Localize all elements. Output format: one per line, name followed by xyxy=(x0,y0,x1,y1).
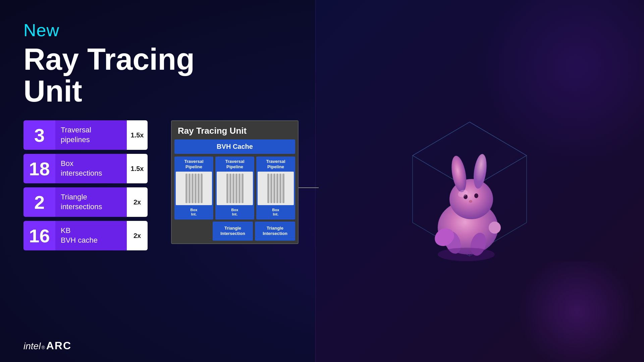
bunny-svg xyxy=(406,144,533,271)
pipeline-line xyxy=(270,174,272,203)
stat-label: KBBVH cache xyxy=(55,221,127,250)
pipeline-line xyxy=(226,174,228,203)
pipeline-lines xyxy=(176,172,212,205)
stats-column: 3 Traversalpipelines 1.5x 18 Boxintersec… xyxy=(23,120,148,250)
pipeline-line xyxy=(185,174,187,203)
stat-number: 3 xyxy=(23,120,55,150)
pipeline-line xyxy=(195,174,197,203)
pipeline-line xyxy=(229,174,231,203)
traversal-pipeline-2: TraversalPipeline BoxInt. xyxy=(215,157,254,220)
stat-number: 18 xyxy=(23,154,55,183)
stat-bvh-cache: 16 KBBVH cache 2x xyxy=(23,221,148,250)
traversal-header: TraversalPipeline xyxy=(256,157,295,171)
rtu-title: Ray Tracing Unit xyxy=(172,121,298,139)
pipeline-line xyxy=(235,174,237,203)
svg-point-17 xyxy=(469,200,472,203)
visual-column xyxy=(319,120,621,288)
bvh-cache: BVH Cache xyxy=(174,139,295,154)
stat-label: Boxintersections xyxy=(55,154,127,183)
connector xyxy=(299,120,319,188)
new-label: New xyxy=(23,20,621,40)
stat-box-intersections: 18 Boxintersections 1.5x xyxy=(23,154,148,183)
box-int: BoxInt. xyxy=(258,206,294,219)
pipeline-line xyxy=(198,174,200,203)
svg-point-19 xyxy=(438,248,495,261)
stat-triangle-intersections: 2 Triangleintersections 2x xyxy=(23,187,148,217)
stat-number: 2 xyxy=(23,187,55,217)
pipeline-line xyxy=(189,174,191,203)
pipeline-line xyxy=(201,174,203,203)
traversal-header: TraversalPipeline xyxy=(215,157,254,171)
pipeline-lines xyxy=(258,172,294,205)
pipeline-line xyxy=(276,174,278,203)
stat-multiplier: 1.5x xyxy=(127,154,148,183)
pipeline-line xyxy=(192,174,194,203)
stat-traversal-pipelines: 3 Traversalpipelines 1.5x xyxy=(23,120,148,150)
triangle-spacer xyxy=(174,222,211,241)
pipeline-line xyxy=(279,174,281,203)
stat-multiplier: 1.5x xyxy=(127,120,148,150)
traversal-header: TraversalPipeline xyxy=(174,157,213,171)
svg-point-14 xyxy=(489,222,501,234)
pipeline-line xyxy=(282,174,284,203)
pipeline-line xyxy=(241,174,244,203)
box-int: BoxInt. xyxy=(217,206,253,219)
svg-point-16 xyxy=(474,193,478,198)
pipeline-line xyxy=(238,174,240,203)
connector-line xyxy=(299,187,319,188)
pipeline-line xyxy=(232,174,234,203)
stat-multiplier: 2x xyxy=(127,221,148,250)
triangle-intersection-2: TriangleIntersection xyxy=(255,222,295,241)
stat-number: 16 xyxy=(23,221,55,250)
stat-label: Traversalpipelines xyxy=(55,120,127,150)
box-int: BoxInt. xyxy=(176,206,212,219)
traversal-row: TraversalPipeline BoxInt. xyxy=(172,157,298,222)
pipeline-lines xyxy=(217,172,253,205)
traversal-pipeline-1: TraversalPipeline BoxInt. xyxy=(174,157,213,220)
traversal-pipeline-3: TraversalPipeline BoxInt. xyxy=(256,157,295,220)
rtu-diagram: Ray Tracing Unit BVH Cache TraversalPipe… xyxy=(171,120,299,244)
stat-multiplier: 2x xyxy=(127,187,148,217)
triangle-intersection-1: TriangleIntersection xyxy=(213,222,253,241)
pipeline-line xyxy=(273,174,275,203)
rtu-box: Ray Tracing Unit BVH Cache TraversalPipe… xyxy=(171,120,299,244)
main-title: Ray Tracing Unit xyxy=(23,44,621,107)
triangle-row: TriangleIntersection TriangleIntersectio… xyxy=(172,222,298,244)
stat-label: Triangleintersections xyxy=(55,187,127,217)
pipeline-line xyxy=(267,174,269,203)
